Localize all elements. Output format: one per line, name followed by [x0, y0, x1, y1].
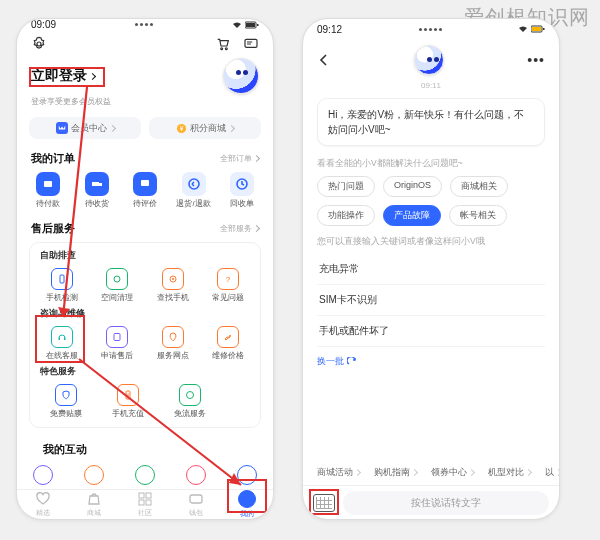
interact-item[interactable] [227, 465, 267, 485]
orders-more[interactable]: 全部订单 [220, 153, 259, 164]
greeting-bubble: Hi，亲爱的V粉，新年快乐！有什么问题，不妨问问小V吧~ [317, 98, 545, 146]
login-subtitle: 登录享受更多会员权益 [17, 96, 273, 113]
tab-label: 我的 [240, 509, 254, 519]
interact-item[interactable] [125, 465, 165, 485]
chip-originos[interactable]: OriginOS [383, 176, 442, 197]
tab-label: 商城 [87, 508, 101, 518]
svg-point-25 [187, 392, 194, 399]
order-pending-receive[interactable]: 待收货 [76, 172, 118, 209]
order-pending-review[interactable]: 待评价 [124, 172, 166, 209]
order-refund[interactable]: 退货/退款 [173, 172, 215, 209]
tab-bar: 精选 商城 社区 钱包 我的 [17, 489, 273, 519]
consult-repair-price[interactable]: 维修价格 [204, 326, 252, 361]
status-bar: 09:09 [17, 19, 273, 30]
pin-icon [168, 332, 178, 342]
special-film[interactable]: 免费贴膜 [42, 384, 90, 419]
quick-activity[interactable]: 商城活动 [317, 466, 360, 479]
form-icon [112, 332, 122, 342]
coin-icon: ¥ [176, 123, 187, 134]
order-recycle[interactable]: 回收单 [221, 172, 263, 209]
orders-grid: 待付款 待收货 待评价 退货/退款 回收单 [17, 170, 273, 215]
cart-icon[interactable] [215, 36, 231, 52]
self-phone-check[interactable]: 手机检测 [38, 268, 86, 303]
tab-wallet[interactable]: 钱包 [171, 490, 222, 519]
refresh-label: 换一批 [317, 355, 344, 368]
interact-item[interactable] [23, 465, 63, 485]
order-pending-pay[interactable]: 待付款 [27, 172, 69, 209]
keyboard-icon[interactable] [313, 494, 335, 512]
wallet-tab-icon [188, 491, 204, 507]
chip-fault[interactable]: 产品故障 [383, 205, 441, 226]
avatar[interactable] [223, 58, 259, 94]
svg-rect-28 [139, 500, 144, 505]
quick-compare[interactable]: 机型对比 [488, 466, 531, 479]
self-find-phone[interactable]: 查找手机 [149, 268, 197, 303]
service-more[interactable]: 全部服务 [220, 223, 259, 234]
question-icon: ? [223, 274, 233, 284]
question-charging[interactable]: 充电异常 [317, 254, 545, 285]
order-label: 回收单 [230, 199, 254, 209]
refresh-button[interactable]: 换一批 [303, 349, 559, 374]
status-icons [232, 21, 259, 29]
svg-text:?: ? [226, 275, 231, 284]
svg-rect-15 [60, 275, 64, 283]
order-label: 待评价 [133, 199, 157, 209]
tab-mall[interactable]: 商城 [68, 490, 119, 519]
pill-label: 积分商城 [190, 122, 226, 135]
quick-more[interactable]: 以 [545, 466, 559, 479]
svg-rect-37 [543, 28, 545, 30]
headset-icon [57, 332, 67, 342]
svg-rect-10 [92, 182, 99, 186]
question-broken[interactable]: 手机或配件坏了 [317, 316, 545, 347]
quick-guide[interactable]: 购机指南 [374, 466, 417, 479]
order-label: 待付款 [36, 199, 60, 209]
more-icon[interactable]: ••• [527, 52, 545, 68]
interact-item[interactable] [74, 465, 114, 485]
interact-title: 我的互动 [43, 442, 87, 457]
back-icon[interactable] [317, 53, 331, 67]
self-faq[interactable]: ?常见问题 [204, 268, 252, 303]
grid-icon [137, 491, 153, 507]
special-recharge[interactable]: ¥手机充值 [104, 384, 152, 419]
tab-community[interactable]: 社区 [119, 490, 170, 519]
service-title: 售后服务 [31, 221, 75, 236]
special-freeflow[interactable]: 免流服务 [166, 384, 214, 419]
recycle-icon [235, 177, 249, 191]
interact-item[interactable] [176, 465, 216, 485]
quick-coupon[interactable]: 领券中心 [431, 466, 474, 479]
question-sim[interactable]: SIM卡不识别 [317, 285, 545, 316]
svc-label: 免流服务 [174, 409, 206, 419]
tab-featured[interactable]: 精选 [17, 490, 68, 519]
service-box: 自助排查 手机检测 空间清理 查找手机 ?常见问题 咨询与维修 在线客服 申请售… [29, 242, 261, 428]
comment-icon [139, 178, 151, 190]
tab-mine[interactable]: 我的 [222, 490, 273, 519]
svg-rect-30 [190, 495, 202, 503]
consult-title: 咨询与维修 [34, 307, 256, 324]
message-icon[interactable] [243, 36, 259, 52]
login-button[interactable]: 立即登录 [31, 67, 95, 85]
consult-online-service[interactable]: 在线客服 [38, 326, 86, 361]
vip-center-pill[interactable]: 会员中心 [29, 117, 141, 139]
points-mall-pill[interactable]: ¥ 积分商城 [149, 117, 261, 139]
chip-mall[interactable]: 商城相关 [450, 176, 508, 197]
pill-label: 会员中心 [71, 122, 107, 135]
phone-left: 09:09 立即登录 登录享受更多会员权益 会 [16, 18, 274, 520]
chip-account[interactable]: 帐号相关 [449, 205, 507, 226]
status-icons [518, 25, 545, 33]
order-label: 待收货 [85, 199, 109, 209]
self-storage-clean[interactable]: 空间清理 [93, 268, 141, 303]
chat-timestamp: 09:11 [303, 79, 559, 92]
consult-service-point[interactable]: 服务网点 [149, 326, 197, 361]
svc-label: 空间清理 [101, 293, 133, 303]
settings-icon[interactable] [31, 36, 47, 52]
refresh-icon [347, 357, 357, 367]
orders-title: 我的订单 [31, 151, 75, 166]
svg-rect-9 [44, 181, 52, 187]
wifi-icon [518, 25, 528, 33]
voice-input[interactable]: 按住说话转文字 [343, 491, 549, 515]
consult-apply-service[interactable]: 申请售后 [93, 326, 141, 361]
svg-rect-29 [146, 500, 151, 505]
chip-function[interactable]: 功能操作 [317, 205, 375, 226]
question-list: 充电异常 SIM卡不识别 手机或配件坏了 [303, 252, 559, 349]
chip-hot[interactable]: 热门问题 [317, 176, 375, 197]
